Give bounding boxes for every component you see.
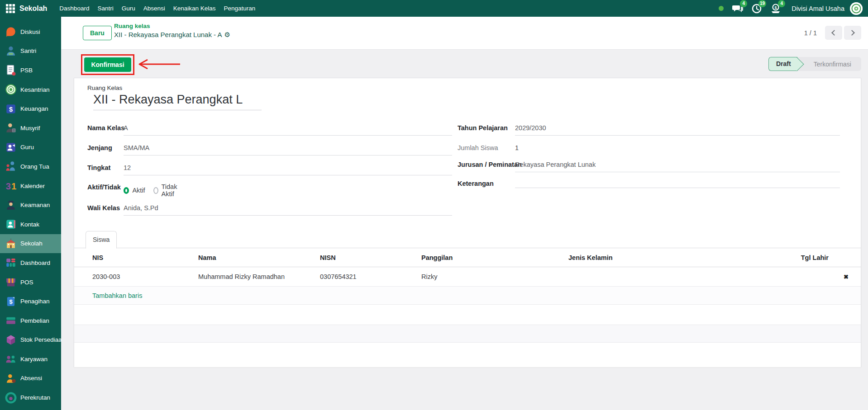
- sidebar-item-penagihan[interactable]: $ Penagihan: [0, 292, 61, 311]
- tab-siswa[interactable]: Siswa: [86, 231, 117, 249]
- apps-grid-icon[interactable]: [6, 4, 15, 13]
- status-terkonfirmasi[interactable]: Terkonfirmasi: [797, 61, 861, 68]
- guru-icon: [5, 141, 17, 153]
- delete-row-icon[interactable]: ✖: [844, 267, 849, 287]
- tahun-pelajaran-select[interactable]: 2029/2030: [515, 124, 840, 136]
- sidebar-item-keuangan[interactable]: $ Keuangan: [0, 99, 61, 118]
- status-draft[interactable]: Draft: [768, 57, 797, 71]
- sidebar-item-label: Orang Tua: [20, 163, 49, 170]
- sidebar-item-perekrutan[interactable]: Perekrutan: [0, 388, 61, 407]
- payments-icon[interactable]: $ 4: [770, 3, 782, 14]
- breadcrumb-parent[interactable]: Ruang kelas: [114, 23, 230, 29]
- menu-guru[interactable]: Guru: [118, 0, 139, 17]
- wali-kelas-select[interactable]: Anida, S.Pd: [124, 204, 452, 216]
- svg-text:$: $: [9, 105, 13, 113]
- sidebar-item-karyawan[interactable]: Karyawan: [0, 349, 61, 369]
- chevron-right-icon: [849, 30, 855, 36]
- pager-prev-button[interactable]: [825, 26, 842, 40]
- empty-row: [74, 305, 861, 325]
- sidebar-item-sekolah[interactable]: Sekolah: [0, 234, 61, 254]
- topbar-menu: Dashboard Santri Guru Absensi Kenaikan K…: [55, 0, 259, 17]
- app-name[interactable]: Sekolah: [19, 5, 47, 13]
- stok-persediaan-icon: [5, 334, 17, 346]
- user-avatar[interactable]: [850, 2, 863, 15]
- sidebar-item-kontak[interactable]: Kontak: [0, 215, 61, 234]
- karyawan-icon: [5, 353, 17, 365]
- col-header-nisn[interactable]: NISN: [320, 248, 336, 267]
- student-row[interactable]: 2030-003 Muhammad Rizky Ramadhan 0307654…: [74, 267, 861, 287]
- svg-text:$: $: [775, 5, 777, 9]
- sidebar-item-stok-persediaan[interactable]: Stok Persediaan: [0, 330, 61, 350]
- form-sheet: Ruang Kelas XII - Rekayasa Perangkat L N…: [74, 78, 861, 367]
- keterangan-input[interactable]: [515, 180, 840, 188]
- cell-panggilan[interactable]: Rizky: [421, 267, 437, 287]
- sidebar-item-santri[interactable]: Santri: [0, 42, 61, 61]
- sidebar-item-label: Diskusi: [20, 28, 40, 35]
- keamanan-icon: [5, 199, 17, 211]
- sidebar-item-kesantrian[interactable]: Kesantrian: [0, 80, 61, 99]
- add-row[interactable]: Tambahkan baris: [74, 287, 861, 305]
- cell-nisn[interactable]: 0307654321: [320, 267, 357, 287]
- sidebar-item-pembelian[interactable]: Pembelian: [0, 311, 61, 330]
- sidebar-item-label: Pembelian: [20, 317, 49, 324]
- sidebar-item-keamanan[interactable]: Keamanan: [0, 195, 61, 215]
- sidebar-item-psb[interactable]: PSB: [0, 61, 61, 80]
- new-button[interactable]: Baru: [83, 26, 112, 40]
- pos-icon: [5, 276, 17, 288]
- activities-icon[interactable]: 19: [751, 3, 763, 14]
- sidebar-item-diskusi[interactable]: Diskusi: [0, 22, 61, 42]
- annotation-arrow-icon: [137, 58, 182, 72]
- breadcrumb-current: XII - Rekayasa Perangkat Lunak - A⚙: [114, 31, 230, 39]
- dashboard-icon: [5, 257, 17, 269]
- sidebar: Diskusi Santri PSB Kesantrian $ Keuangan…: [0, 17, 61, 410]
- payments-badge: 4: [778, 0, 785, 7]
- menu-kenaikan-kelas[interactable]: Kenaikan Kelas: [169, 0, 220, 17]
- record-title-input[interactable]: XII - Rekayasa Perangkat L: [93, 93, 262, 110]
- sidebar-item-musyrif[interactable]: Musyrif: [0, 118, 61, 138]
- kontak-icon: [5, 218, 17, 230]
- control-panel: Baru Ruang kelas XII - Rekayasa Perangka…: [61, 17, 868, 50]
- jurusan-peminatan-select[interactable]: Rekayasa Perangkat Lunak: [515, 161, 840, 172]
- sidebar-item-orang-tua[interactable]: Orang Tua: [0, 157, 61, 176]
- sidebar-item-label: Guru: [20, 144, 34, 151]
- sidebar-item-kalender[interactable]: 31 Kalender: [0, 176, 61, 196]
- sidebar-item-label: Kesantrian: [20, 86, 50, 93]
- gear-icon[interactable]: ⚙: [224, 31, 230, 38]
- messages-badge: 4: [740, 0, 747, 7]
- user-name[interactable]: Divisi Amal Usaha: [792, 5, 844, 12]
- sidebar-item-label: Santri: [20, 47, 36, 54]
- absensi-icon: [5, 372, 17, 384]
- menu-absensi[interactable]: Absensi: [139, 0, 169, 17]
- pager: 1 / 1: [804, 26, 861, 40]
- col-header-panggilan[interactable]: Panggilan: [421, 248, 453, 267]
- cell-nis[interactable]: 2030-003: [92, 267, 120, 287]
- messages-icon[interactable]: 4: [732, 3, 744, 14]
- sidebar-item-label: Keuangan: [20, 105, 48, 112]
- confirm-button[interactable]: Konfirmasi: [84, 57, 131, 72]
- jenjang-select[interactable]: SMA/MA: [124, 144, 452, 156]
- sidebar-item-label: POS: [20, 279, 33, 286]
- sidebar-item-guru[interactable]: Guru: [0, 138, 61, 157]
- menu-santri[interactable]: Santri: [93, 0, 117, 17]
- radio-tidak-aktif[interactable]: [153, 187, 158, 194]
- menu-dashboard[interactable]: Dashboard: [55, 0, 93, 17]
- col-header-nis[interactable]: NIS: [92, 248, 103, 267]
- add-row-label: Tambahkan baris: [92, 292, 142, 299]
- sidebar-item-label: Dashboard: [20, 259, 50, 266]
- keuangan-icon: $: [5, 103, 17, 115]
- sidebar-item-dashboard[interactable]: Dashboard: [0, 253, 61, 273]
- nama-kelas-input[interactable]: A: [124, 124, 452, 136]
- pager-next-button[interactable]: [844, 26, 861, 40]
- menu-pengaturan[interactable]: Pengaturan: [220, 0, 260, 17]
- radio-aktif[interactable]: [124, 187, 129, 194]
- col-header-nama[interactable]: Nama: [198, 248, 216, 267]
- tingkat-input[interactable]: 12: [124, 164, 452, 175]
- breadcrumb-current-text: XII - Rekayasa Perangkat Lunak - A: [114, 31, 222, 38]
- sidebar-item-absensi[interactable]: Absensi: [0, 369, 61, 388]
- sidebar-item-pos[interactable]: POS: [0, 273, 61, 292]
- cell-nama[interactable]: Muhammad Rizky Ramadhan: [198, 267, 285, 287]
- topbar: Sekolah Dashboard Santri Guru Absensi Ke…: [0, 0, 868, 17]
- col-header-jenis-kelamin[interactable]: Jenis Kelamin: [568, 248, 613, 267]
- musyrif-icon: [5, 122, 17, 134]
- col-header-tgl-lahir[interactable]: Tgl Lahir: [801, 248, 829, 267]
